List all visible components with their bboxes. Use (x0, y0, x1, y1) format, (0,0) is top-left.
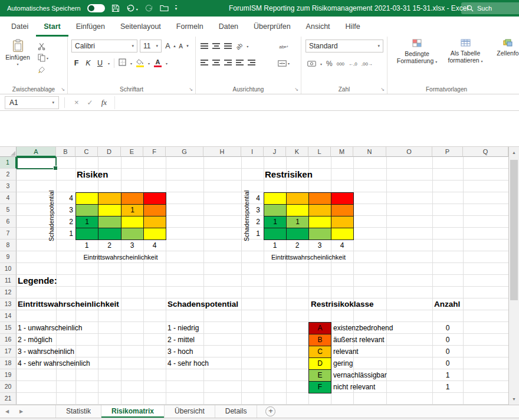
probability-scale-label[interactable]: 1 (75, 239, 98, 251)
column-header-D[interactable]: D (98, 147, 121, 157)
sheet-tab-ubersicht[interactable]: Übersicht (165, 405, 215, 418)
sheet-tab-statistik[interactable]: Statistik (56, 405, 101, 418)
impact-scale-label[interactable]: 3 (244, 204, 260, 216)
row-header-7[interactable]: 7 (0, 228, 17, 239)
row-header-8[interactable]: 8 (0, 239, 17, 251)
matrix-cell[interactable] (121, 216, 144, 228)
selected-cell-A1[interactable] (17, 157, 57, 169)
probability-scale-label[interactable]: 1 (264, 239, 286, 251)
align-top-button[interactable] (201, 42, 208, 50)
open-folder-button[interactable] (160, 5, 169, 12)
accounting-format-button[interactable] (307, 58, 316, 69)
row-header-11[interactable]: 11 (0, 275, 17, 287)
matrix-cell[interactable] (98, 228, 121, 240)
cut-button[interactable] (35, 41, 47, 51)
format-painter-button[interactable] (35, 65, 47, 74)
legend-class-count[interactable]: 0 (432, 334, 463, 346)
cancel-icon[interactable]: × (70, 98, 83, 107)
enter-icon[interactable]: ✓ (83, 99, 97, 107)
legend-class-swatch[interactable]: B (308, 334, 331, 346)
font-name-select[interactable]: Calibri ▾ (71, 40, 137, 52)
matrix-cell[interactable] (331, 192, 354, 205)
row-header-17[interactable]: 17 (0, 346, 17, 357)
probability-scale-label[interactable]: 3 (308, 239, 331, 251)
matrix-cell[interactable] (264, 192, 287, 205)
sheet-tab-details[interactable]: Details (215, 405, 258, 418)
wrap-text-button[interactable]: ab↩ (275, 42, 293, 51)
sheet-nav-left-icon[interactable]: ◀ (0, 405, 14, 418)
matrix-cell[interactable] (331, 228, 354, 240)
underline-button[interactable]: U (96, 59, 104, 67)
matrix-cell[interactable]: 1 (75, 216, 98, 228)
increase-indent-button[interactable] (248, 58, 255, 67)
probability-scale-label[interactable]: 2 (286, 239, 308, 251)
matrix-cell[interactable] (308, 216, 331, 228)
legend-impact-item[interactable]: 4 - sehr hoch (167, 357, 209, 369)
matrix-cell[interactable] (264, 228, 287, 240)
align-center-button[interactable] (212, 58, 220, 67)
sheet-tab-risikomatrix[interactable]: Risikomatrix (101, 405, 165, 418)
column-header-J[interactable]: J (264, 147, 286, 157)
legende-title-cell[interactable]: Legende: (18, 275, 57, 287)
legend-class-label[interactable]: gering (333, 357, 353, 369)
legend-impact-item[interactable]: 3 - hoch (167, 346, 193, 357)
legend-class-label[interactable]: äußerst relevant (333, 334, 385, 346)
menu-tab-hilfe[interactable]: Hilfe (338, 19, 368, 37)
paste-button[interactable]: Einfügen ▾ (4, 39, 32, 66)
impact-scale-label[interactable]: 4 (244, 192, 260, 204)
alignment-dialog-launcher[interactable]: ↘ (294, 87, 298, 92)
decrease-indent-button[interactable] (236, 58, 244, 67)
number-format-select[interactable]: Standard ▾ (306, 40, 383, 52)
legend-probability-item[interactable]: 2 - möglich (18, 334, 52, 346)
legend-class-label[interactable]: vernachlässigbar (333, 369, 387, 381)
risiken-title-cell[interactable]: Risiken (77, 169, 108, 181)
clipboard-dialog-launcher[interactable]: ↘ (61, 87, 65, 92)
column-header-O[interactable]: O (386, 147, 432, 157)
cell-styles-button[interactable]: Zellenfo (490, 39, 519, 57)
scrollbar-thumb[interactable] (510, 160, 518, 300)
font-color-button[interactable]: A (154, 59, 162, 67)
legend-impact-item[interactable]: 1 - niedrig (167, 322, 199, 334)
matrix-cell[interactable] (121, 228, 144, 240)
menu-tab-formeln[interactable]: Formeln (169, 19, 211, 37)
legend-class-label[interactable]: relevant (333, 346, 359, 357)
legend-class-swatch[interactable]: C (308, 346, 331, 358)
legend-class-label[interactable]: existenzbedrohend (333, 322, 393, 334)
sheet-nav-right-icon[interactable]: ▶ (14, 405, 28, 418)
legend-class-count[interactable]: 0 (432, 346, 463, 357)
matrix-cell[interactable] (331, 216, 354, 228)
menu-tab-einfugen[interactable]: Einfügen (68, 19, 113, 37)
row-header-3[interactable]: 3 (0, 181, 17, 192)
row-header-2[interactable]: 2 (0, 169, 17, 181)
restrisiken-title-cell[interactable]: Restrisiken (265, 169, 313, 181)
probability-scale-label[interactable]: 2 (98, 239, 121, 251)
matrix-cell[interactable] (143, 192, 166, 205)
column-header-A[interactable]: A (17, 147, 56, 157)
impact-scale-label[interactable]: 4 (56, 192, 73, 204)
legend-class-label[interactable]: nicht relevant (333, 381, 375, 393)
matrix-cell[interactable] (98, 216, 121, 228)
scroll-up-icon[interactable]: ▲ (509, 147, 519, 158)
matrix-cell[interactable] (308, 204, 331, 216)
probability-scale-label[interactable]: 3 (121, 239, 143, 251)
legend-class-swatch[interactable]: A (308, 322, 331, 334)
italic-button[interactable]: K (84, 59, 92, 67)
formula-input[interactable] (114, 96, 519, 109)
legend-header-class[interactable]: Restrisikoklasse (311, 298, 374, 310)
legend-header-impact[interactable]: Schadenspotential (167, 298, 238, 310)
legend-class-swatch[interactable]: E (308, 369, 331, 382)
row-header-13[interactable]: 13 (0, 298, 17, 310)
menu-tab-daten[interactable]: Daten (211, 19, 246, 37)
column-header-F[interactable]: F (143, 147, 166, 157)
row-header-21[interactable]: 21 (0, 393, 17, 405)
undo-button[interactable]: ▾ (126, 5, 138, 12)
copy-button[interactable]: ▾ (35, 53, 51, 63)
menu-tab-start[interactable]: Start (36, 19, 68, 37)
column-header-N[interactable]: N (353, 147, 386, 157)
merge-center-button[interactable]: ▾ (274, 58, 294, 68)
impact-scale-label[interactable]: 1 (56, 228, 73, 239)
align-right-button[interactable] (224, 58, 232, 67)
column-header-G[interactable]: G (166, 147, 203, 157)
impact-scale-label[interactable]: 2 (56, 216, 73, 228)
align-bottom-button[interactable] (224, 42, 232, 50)
